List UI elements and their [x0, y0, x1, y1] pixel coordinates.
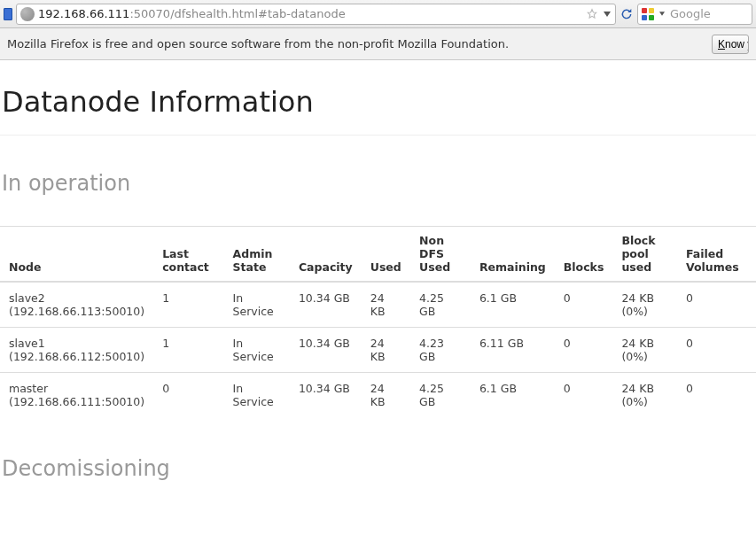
cell-blocks: 0: [555, 328, 613, 373]
section-in-operation-title: In operation: [2, 171, 756, 196]
search-placeholder: Google: [670, 7, 748, 20]
col-non-dfs-used: Non DFS Used: [410, 227, 471, 283]
search-engine-dropdown-icon[interactable]: [658, 12, 666, 16]
url-bar[interactable]: 192.168.66.111:50070/dfshealth.html#tab-…: [16, 4, 616, 25]
node-addr: (192.168.66.112:50010): [9, 350, 144, 363]
url-path: :50070/dfshealth.html#tab-datanode: [129, 7, 345, 20]
globe-icon: [20, 7, 35, 21]
cell-capacity: 10.34 GB: [290, 282, 362, 328]
cell-remaining: 6.1 GB: [471, 373, 555, 418]
col-used: Used: [362, 227, 410, 283]
info-bar-text: Mozilla Firefox is free and open source …: [7, 37, 509, 50]
know-your-rights-button[interactable]: Know y: [712, 35, 749, 54]
cell-admin-state: In Service: [224, 373, 290, 418]
datanode-table: Node Last contact Admin State Capacity U…: [0, 226, 756, 417]
window-indicator-icon: [4, 8, 12, 20]
col-blocks: Blocks: [555, 227, 613, 283]
node-name: master: [9, 382, 144, 395]
node-name: slave1: [9, 337, 144, 350]
cell-failed-volumes: 0: [677, 373, 756, 418]
cell-blocks: 0: [555, 373, 613, 418]
cell-last-contact: 0: [153, 373, 223, 418]
reload-icon[interactable]: [620, 7, 634, 21]
node-addr: (192.168.66.111:50010): [9, 395, 144, 408]
know-label-rest: now y: [725, 38, 749, 50]
url-text: 192.168.66.111:50070/dfshealth.html#tab-…: [38, 7, 581, 20]
cell-node: slave2 (192.168.66.113:50010): [0, 282, 153, 328]
toolbar-row: 192.168.66.111:50070/dfshealth.html#tab-…: [0, 0, 756, 28]
cell-block-pool: 24 KB (0%): [612, 328, 677, 373]
cell-non-dfs-used: 4.23 GB: [410, 328, 471, 373]
url-host: 192.168.66.111: [38, 7, 129, 20]
info-bar: Mozilla Firefox is free and open source …: [0, 28, 756, 60]
cell-last-contact: 1: [153, 282, 223, 328]
node-addr: (192.168.66.113:50010): [9, 305, 144, 318]
table-row: master (192.168.66.111:50010) 0 In Servi…: [0, 373, 756, 418]
bookmark-star-icon[interactable]: [585, 7, 599, 21]
col-remaining: Remaining: [471, 227, 555, 283]
node-name: slave2: [9, 291, 144, 305]
cell-remaining: 6.11 GB: [471, 328, 555, 373]
cell-capacity: 10.34 GB: [290, 328, 362, 373]
cell-failed-volumes: 0: [677, 282, 756, 328]
cell-node: slave1 (192.168.66.112:50010): [0, 328, 153, 373]
url-dropdown-icon[interactable]: [603, 12, 612, 17]
section-decomissioning-title: Decomissioning: [2, 456, 756, 481]
cell-block-pool: 24 KB (0%): [612, 282, 677, 328]
divider: [0, 135, 756, 136]
col-block-pool: Block pool used: [612, 227, 677, 283]
cell-node: master (192.168.66.111:50010): [0, 373, 153, 418]
cell-admin-state: In Service: [224, 282, 290, 328]
search-box[interactable]: Google: [637, 4, 752, 25]
google-icon: [642, 8, 654, 20]
cell-used: 24 KB: [362, 373, 410, 418]
table-row: slave1 (192.168.66.112:50010) 1 In Servi…: [0, 328, 756, 373]
cell-non-dfs-used: 4.25 GB: [410, 282, 471, 328]
col-capacity: Capacity: [290, 227, 362, 283]
col-admin-state: Admin State: [224, 227, 290, 283]
table-row: slave2 (192.168.66.113:50010) 1 In Servi…: [0, 282, 756, 328]
cell-failed-volumes: 0: [677, 328, 756, 373]
cell-block-pool: 24 KB (0%): [612, 373, 677, 418]
cell-remaining: 6.1 GB: [471, 282, 555, 328]
cell-admin-state: In Service: [224, 328, 290, 373]
cell-used: 24 KB: [362, 328, 410, 373]
cell-blocks: 0: [555, 282, 613, 328]
cell-non-dfs-used: 4.25 GB: [410, 373, 471, 418]
page-title: Datanode Information: [0, 85, 756, 119]
col-node: Node: [0, 227, 153, 283]
cell-capacity: 10.34 GB: [290, 373, 362, 418]
col-last-contact: Last contact: [153, 227, 223, 283]
cell-last-contact: 1: [153, 328, 223, 373]
page-content: Datanode Information In operation Node L…: [0, 85, 756, 481]
cell-used: 24 KB: [362, 282, 410, 328]
table-header-row: Node Last contact Admin State Capacity U…: [0, 227, 756, 283]
browser-chrome: 192.168.66.111:50070/dfshealth.html#tab-…: [0, 0, 756, 60]
col-failed-volumes: Failed Volumes: [677, 227, 756, 283]
